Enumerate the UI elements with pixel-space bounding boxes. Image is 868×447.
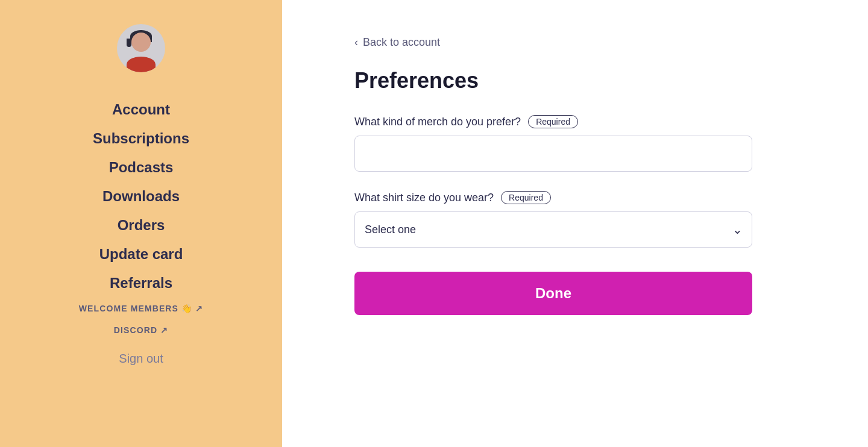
- sidebar-item-sign-out[interactable]: Sign out: [0, 347, 282, 370]
- shirt-size-section: What shirt size do you wear? Required Se…: [354, 191, 796, 248]
- shirt-size-select-wrapper: Select one XS S M L XL XXL ⌄: [354, 211, 752, 248]
- avatar: [117, 24, 165, 72]
- nav-links: Account Subscriptions Podcasts Downloads…: [0, 96, 282, 423]
- sidebar-item-account[interactable]: Account: [0, 96, 282, 123]
- avatar-head: [131, 33, 151, 52]
- sidebar-item-orders[interactable]: Orders: [0, 212, 282, 239]
- sidebar-item-referrals[interactable]: Referrals: [0, 270, 282, 296]
- sidebar-item-welcome-members[interactable]: WELCOME MEMBERS 👋 ↗: [0, 299, 282, 318]
- back-chevron-icon: ‹: [354, 36, 358, 49]
- merch-required-badge: Required: [528, 115, 578, 128]
- avatar-hair-side: [127, 39, 131, 47]
- merch-label-text: What kind of merch do you prefer?: [354, 116, 521, 128]
- main-content: ‹ Back to account Preferences What kind …: [282, 0, 868, 447]
- sidebar-item-subscriptions[interactable]: Subscriptions: [0, 125, 282, 152]
- avatar-figure: [117, 24, 165, 72]
- shirt-required-badge: Required: [501, 191, 551, 204]
- shirt-size-select[interactable]: Select one XS S M L XL XXL: [354, 211, 752, 248]
- sidebar-item-update-card[interactable]: Update card: [0, 241, 282, 267]
- sidebar: Account Subscriptions Podcasts Downloads…: [0, 0, 282, 447]
- avatar-body: [127, 57, 156, 72]
- shirt-label-text: What shirt size do you wear?: [354, 192, 494, 204]
- sidebar-item-podcasts[interactable]: Podcasts: [0, 154, 282, 181]
- shirt-field-label: What shirt size do you wear? Required: [354, 191, 796, 204]
- sidebar-item-discord[interactable]: DISCORD ↗: [0, 320, 282, 340]
- merch-preference-input[interactable]: [354, 136, 752, 172]
- back-to-account-link[interactable]: ‹ Back to account: [354, 36, 796, 49]
- merch-field-label: What kind of merch do you prefer? Requir…: [354, 115, 796, 128]
- merch-preference-section: What kind of merch do you prefer? Requir…: [354, 115, 796, 172]
- sidebar-item-downloads[interactable]: Downloads: [0, 183, 282, 210]
- page-title: Preferences: [354, 68, 796, 93]
- done-button[interactable]: Done: [354, 272, 752, 315]
- back-to-account-label: Back to account: [363, 36, 440, 49]
